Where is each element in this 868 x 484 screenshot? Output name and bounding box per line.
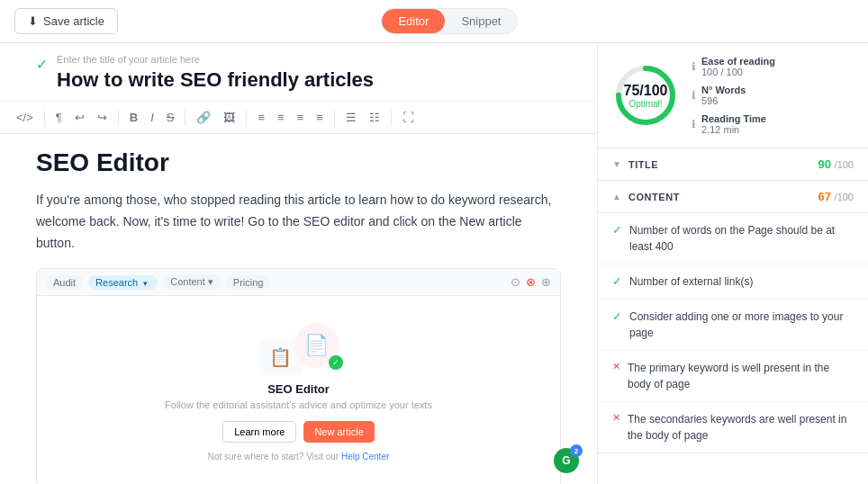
- check-text-1: Number of words on the Page should be at…: [629, 222, 854, 255]
- divider5: [334, 110, 335, 126]
- grammarly-badge[interactable]: G 2: [554, 448, 579, 473]
- align-justify-btn[interactable]: ≡: [311, 107, 329, 128]
- seo-icon: 📄 ✓: [294, 323, 339, 368]
- title-chevron-icon: ▼: [612, 159, 621, 169]
- editor-panel: ✓ Enter the title of your article here H…: [0, 43, 598, 484]
- checks-list: ✓ Number of words on the Page should be …: [598, 213, 868, 453]
- check-pass-icon-2: ✓: [612, 274, 622, 288]
- editor-tab[interactable]: Editor: [382, 9, 445, 33]
- check-item-3: ✓ Consider adding one or more images to …: [598, 300, 868, 351]
- undo-btn[interactable]: ↩: [69, 107, 90, 128]
- content-section-label: CONTENT: [628, 192, 680, 202]
- more-icon: ⊕: [541, 275, 551, 289]
- title-section-header[interactable]: ▼ TITLE 90 /100: [598, 148, 868, 181]
- warning-icon: ⊗: [526, 275, 536, 289]
- screenshot-nav: Audit Research ▾ Content ▾ Pricing ⊙ ⊗ ⊕: [37, 269, 560, 296]
- check-text-5: The secondaries keywords are well presen…: [628, 411, 854, 444]
- check-item-5: ✕ The secondaries keywords are well pres…: [598, 402, 868, 453]
- check-pass-icon-1: ✓: [612, 223, 622, 237]
- align-right-btn[interactable]: ≡: [292, 107, 310, 128]
- title-area: ✓ Enter the title of your article here H…: [0, 43, 597, 102]
- link-btn[interactable]: 🔗: [191, 107, 216, 128]
- check-fail-icon-4: ✕: [612, 361, 620, 372]
- score-number: 75/100: [624, 83, 668, 99]
- stat-ease: ℹ Ease of reading 100 / 100: [692, 56, 854, 77]
- screenshot-buttons: Learn more New article: [222, 421, 375, 443]
- right-panel: 75/100 Optimal! ℹ Ease of reading 100 / …: [598, 43, 868, 484]
- score-section: 75/100 Optimal! ℹ Ease of reading 100 / …: [598, 43, 868, 148]
- check-pass-icon-3: ✓: [612, 309, 622, 323]
- time-icon: ℹ: [692, 118, 696, 130]
- check-text-2: Number of external link(s): [629, 273, 753, 290]
- check-text-3: Consider adding one or more images to yo…: [629, 309, 854, 341]
- divider6: [391, 110, 392, 126]
- settings-icon: ⊙: [511, 275, 520, 289]
- check-item-4: ✕ The primary keyword is well present in…: [598, 351, 868, 402]
- words-value: 596: [701, 95, 746, 106]
- nav-pricing: Pricing: [226, 275, 271, 290]
- score-label: Optimal!: [624, 99, 668, 109]
- title-score-denom: /100: [835, 159, 854, 170]
- divider2: [118, 110, 119, 126]
- save-article-button[interactable]: ⬇ Save article: [14, 8, 118, 34]
- ordered-list-btn[interactable]: ☷: [364, 107, 385, 128]
- image-btn[interactable]: 🖼: [218, 107, 240, 128]
- ease-value: 100 / 100: [701, 67, 775, 77]
- snippet-tab[interactable]: Snippet: [445, 9, 517, 33]
- nav-tags: Audit Research ▾ Content ▾ Pricing: [46, 274, 270, 290]
- check-item-1: ✓ Number of words on the Page should be …: [598, 213, 868, 264]
- title-check-icon: ✓: [36, 56, 48, 73]
- editor-snippet-toggle: Editor Snippet: [381, 8, 518, 34]
- save-label: Save article: [43, 14, 104, 28]
- download-icon: ⬇: [28, 14, 38, 28]
- check-item-2: ✓ Number of external link(s): [598, 264, 868, 300]
- seo-badge: ✓: [329, 355, 343, 370]
- divider3: [185, 110, 185, 126]
- editor-body: If you're among those, who stopped readi…: [36, 190, 561, 254]
- score-text: 75/100 Optimal!: [624, 83, 668, 109]
- nav-content: Content ▾: [163, 274, 221, 290]
- screenshot-subtitle: Follow the editorial assistant's advice …: [165, 399, 432, 410]
- help-text: Not sure where to start? Visit our Help …: [208, 452, 390, 462]
- content-chevron-icon: ▲: [612, 192, 621, 202]
- fullscreen-btn[interactable]: ⛶: [397, 107, 420, 128]
- italic-btn[interactable]: I: [145, 107, 159, 128]
- editor-heading: SEO Editor: [36, 148, 561, 177]
- code-btn[interactable]: </>: [11, 107, 39, 128]
- article-title[interactable]: How to write SEO friendly articles: [57, 68, 374, 92]
- screenshot-title: SEO Editor: [267, 382, 330, 396]
- title-placeholder: Enter the title of your article here: [57, 54, 374, 65]
- topbar: ⬇ Save article Editor Snippet: [0, 0, 868, 43]
- time-name: Reading Time: [701, 113, 766, 124]
- check-text-4: The primary keyword is well present in t…: [628, 360, 854, 392]
- title-score: 90: [818, 157, 830, 171]
- list-btn[interactable]: ☰: [340, 107, 362, 128]
- bold-btn[interactable]: B: [124, 107, 143, 128]
- grammarly-count: 2: [570, 444, 583, 457]
- learn-more-button[interactable]: Learn more: [222, 421, 296, 443]
- stat-words: ℹ N° Words 596: [692, 85, 854, 106]
- score-circle: 75/100 Optimal!: [612, 62, 679, 129]
- stat-reading-time: ℹ Reading Time 2.12 min: [692, 113, 854, 135]
- score-stats: ℹ Ease of reading 100 / 100 ℹ N° Words 5…: [692, 56, 854, 135]
- ease-icon: ℹ: [692, 60, 696, 73]
- editor-content[interactable]: SEO Editor If you're among those, who st…: [0, 134, 597, 484]
- paragraph-btn[interactable]: ¶: [50, 107, 68, 128]
- new-article-button[interactable]: New article: [303, 421, 374, 443]
- divider: [44, 110, 45, 126]
- nav-audit: Audit: [46, 275, 83, 290]
- strike-btn[interactable]: S: [161, 107, 180, 128]
- content-score-denom: /100: [835, 192, 854, 202]
- words-icon: ℹ: [692, 89, 696, 102]
- main-layout: ✓ Enter the title of your article here H…: [0, 43, 868, 484]
- ease-name: Ease of reading: [701, 56, 775, 67]
- check-fail-icon-5: ✕: [612, 412, 620, 424]
- help-link[interactable]: Help Center: [341, 452, 389, 462]
- redo-btn[interactable]: ↪: [92, 107, 113, 128]
- align-left-btn[interactable]: ≡: [252, 107, 270, 128]
- content-section-header[interactable]: ▲ CONTENT 67 /100: [598, 181, 868, 213]
- screenshot-content: 📋 📄 ✓ SEO Editor Follow the editorial as…: [37, 296, 560, 484]
- align-center-btn[interactable]: ≡: [272, 107, 290, 128]
- words-name: N° Words: [701, 85, 746, 95]
- content-score: 67: [818, 190, 830, 203]
